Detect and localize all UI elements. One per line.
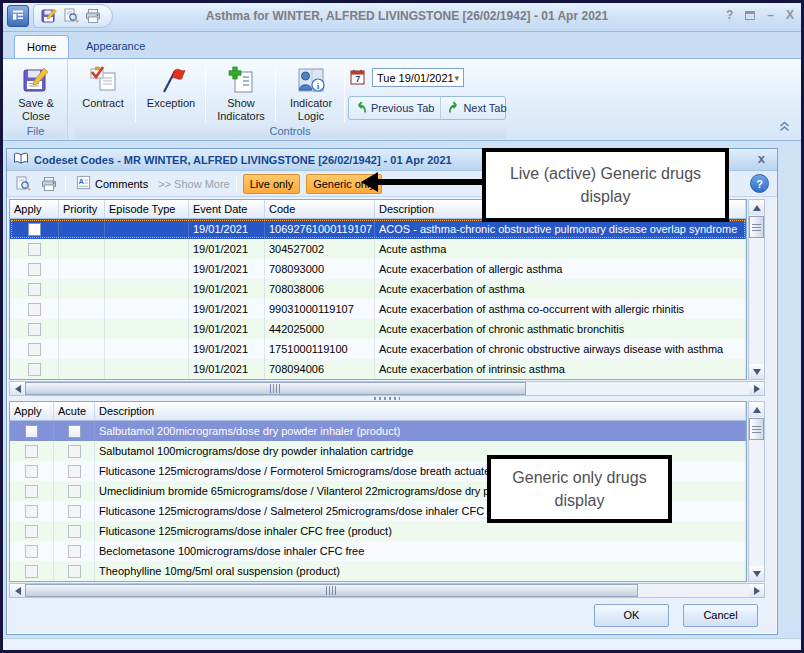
column-header-apply[interactable]: Apply — [10, 200, 59, 218]
scroll-up-icon[interactable] — [749, 200, 764, 215]
show-indicators-button[interactable]: Show Indicators — [209, 63, 273, 123]
scroll-thumb[interactable] — [25, 584, 638, 597]
row-checkbox[interactable] — [68, 545, 81, 558]
codes-horizontal-scrollbar[interactable] — [9, 381, 765, 396]
table-row[interactable]: 19/01/20211751000119100Acute exacerbatio… — [10, 339, 746, 359]
row-checkbox[interactable] — [28, 363, 41, 376]
row-checkbox[interactable] — [28, 343, 41, 356]
grid-cell — [59, 239, 105, 259]
print-icon[interactable] — [84, 7, 102, 25]
restore-button[interactable] — [745, 11, 755, 20]
contract-button[interactable]: Contract — [74, 63, 132, 123]
row-checkbox[interactable] — [25, 485, 38, 498]
app-menu-button[interactable] — [7, 5, 29, 27]
print-icon[interactable] — [39, 174, 59, 194]
row-checkbox[interactable] — [25, 445, 38, 458]
table-row[interactable]: 19/01/202199031000119107Acute exacerbati… — [10, 299, 746, 319]
application-window: Asthma for WINTER, ALFRED LIVINGSTONE [2… — [0, 0, 804, 653]
chevron-down-icon[interactable]: ▾ — [454, 73, 459, 83]
collapse-ribbon-icon[interactable] — [779, 121, 790, 134]
row-checkbox[interactable] — [28, 323, 41, 336]
row-checkbox[interactable] — [28, 243, 41, 256]
drugs-vertical-scrollbar[interactable] — [748, 401, 765, 582]
table-row[interactable]: 19/01/202110692761000119107ACOS - asthma… — [10, 219, 746, 239]
scroll-thumb[interactable] — [749, 418, 764, 440]
tab-appearance[interactable]: Appearance — [74, 35, 157, 58]
table-row[interactable]: Beclometasone 100micrograms/dose inhaler… — [10, 541, 746, 561]
save-close-button[interactable]: Save & Close — [9, 63, 63, 123]
row-checkbox[interactable] — [28, 303, 41, 316]
table-row[interactable]: 19/01/2021708093000Acute exacerbation of… — [10, 259, 746, 279]
controls-group-label: Controls — [74, 124, 506, 139]
row-checkbox[interactable] — [28, 263, 41, 276]
row-checkbox[interactable] — [68, 485, 81, 498]
scroll-thumb[interactable] — [25, 382, 526, 395]
close-button[interactable]: X — [786, 6, 794, 24]
scroll-down-icon[interactable] — [749, 566, 764, 581]
table-row[interactable]: Fluticasone 125micrograms/dose inhaler C… — [10, 521, 746, 541]
minimize-button[interactable]: – — [767, 6, 774, 24]
scroll-down-icon[interactable] — [749, 364, 764, 379]
row-checkbox[interactable] — [25, 425, 38, 438]
show-more-button[interactable]: >> Show More — [158, 178, 230, 190]
dialog-close-button[interactable]: x — [758, 151, 765, 166]
save-icon[interactable] — [40, 7, 58, 25]
table-row[interactable]: 19/01/2021304527002Acute asthma — [10, 239, 746, 259]
table-row[interactable]: Theophylline 10mg/5ml oral suspension (p… — [10, 561, 746, 581]
drugs-horizontal-scrollbar[interactable] — [9, 583, 765, 598]
table-row[interactable]: Salbutamol 200micrograms/dose dry powder… — [10, 421, 746, 441]
column-header-acute[interactable]: Acute — [54, 402, 95, 420]
next-tab-button[interactable]: Next Tab — [440, 97, 512, 119]
row-checkbox[interactable] — [68, 425, 81, 438]
column-header-priority[interactable]: Priority — [59, 200, 105, 218]
row-checkbox[interactable] — [28, 223, 41, 236]
show-indicators-icon — [226, 63, 256, 97]
scroll-up-icon[interactable] — [749, 402, 764, 417]
row-checkbox[interactable] — [25, 525, 38, 538]
row-checkbox[interactable] — [68, 525, 81, 538]
row-checkbox[interactable] — [68, 565, 81, 578]
codes-vertical-scrollbar[interactable] — [748, 199, 765, 380]
print-preview-icon[interactable] — [13, 174, 33, 194]
live-only-toggle[interactable]: Live only — [243, 174, 300, 194]
table-row[interactable]: 19/01/2021708038006Acute exacerbation of… — [10, 279, 746, 299]
cancel-button[interactable]: Cancel — [683, 604, 758, 627]
scroll-left-icon[interactable] — [10, 382, 25, 395]
exception-button[interactable]: Exception — [140, 63, 202, 123]
row-checkbox[interactable] — [28, 283, 41, 296]
row-checkbox[interactable] — [68, 505, 81, 518]
show-indicators-label-2: Indicators — [217, 110, 265, 123]
grid-cell: 708094006 — [265, 359, 375, 379]
grid-cell: 708093000 — [265, 259, 375, 279]
column-header-description[interactable]: Description — [95, 402, 746, 420]
column-header-code[interactable]: Code — [265, 200, 375, 218]
scroll-thumb[interactable] — [749, 216, 764, 238]
row-checkbox[interactable] — [25, 465, 38, 478]
ok-button[interactable]: OK — [594, 604, 669, 627]
column-header-apply[interactable]: Apply — [10, 402, 54, 420]
previous-tab-button[interactable]: Previous Tab — [349, 97, 440, 119]
scroll-right-icon[interactable] — [749, 584, 764, 597]
comments-button[interactable]: A Comments — [72, 173, 152, 194]
row-checkbox[interactable] — [25, 505, 38, 518]
indicator-logic-button[interactable]: i Indicator Logic — [280, 63, 342, 123]
column-header-event-date[interactable]: Event Date — [189, 200, 265, 218]
tab-home[interactable]: Home — [14, 35, 69, 58]
grid-cell: Acute exacerbation of asthma co-occurren… — [375, 299, 746, 319]
comments-label: Comments — [95, 178, 148, 190]
svg-text:7: 7 — [355, 74, 360, 84]
row-checkbox[interactable] — [25, 545, 38, 558]
row-checkbox[interactable] — [68, 465, 81, 478]
scroll-left-icon[interactable] — [10, 584, 25, 597]
ribbon-separator — [205, 66, 206, 122]
date-picker[interactable]: Tue 19/01/2021 ▾ — [372, 68, 464, 87]
help-icon[interactable]: ? — [750, 174, 769, 193]
print-preview-icon[interactable] — [62, 7, 80, 25]
column-header-episode-type[interactable]: Episode Type — [105, 200, 189, 218]
table-row[interactable]: 19/01/2021442025000Acute exacerbation of… — [10, 319, 746, 339]
row-checkbox[interactable] — [25, 565, 38, 578]
row-checkbox[interactable] — [68, 445, 81, 458]
help-button[interactable]: ? — [726, 6, 733, 24]
scroll-right-icon[interactable] — [749, 382, 764, 395]
table-row[interactable]: 19/01/2021708094006Acute exacerbation of… — [10, 359, 746, 379]
